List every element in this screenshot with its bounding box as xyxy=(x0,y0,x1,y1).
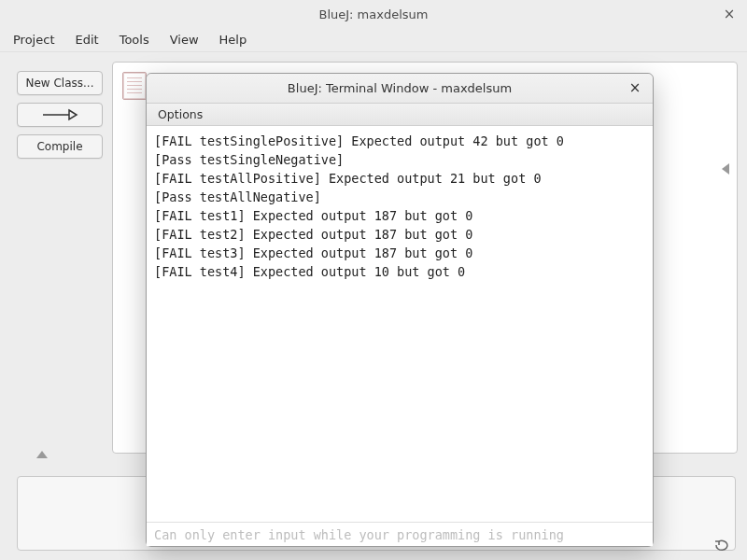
svg-marker-1 xyxy=(69,110,77,119)
svg-marker-2 xyxy=(36,451,48,458)
menu-tools[interactable]: Tools xyxy=(120,33,149,47)
svg-marker-3 xyxy=(722,163,729,175)
main-menubar: Project Edit Tools View Help xyxy=(0,28,747,52)
terminal-line: [FAIL testSinglePositive] Expected outpu… xyxy=(154,133,564,148)
panel-collapse-right[interactable] xyxy=(721,162,730,398)
terminal-input-hint: Can only enter input while your programm… xyxy=(154,527,564,542)
terminal-window: BlueJ: Terminal Window - maxdelsum × Opt… xyxy=(146,73,654,547)
terminal-line: [FAIL testAllPositive] Expected output 2… xyxy=(154,171,542,186)
compile-label: Compile xyxy=(36,140,82,153)
menu-help[interactable]: Help xyxy=(219,33,247,47)
status-indicator xyxy=(713,539,734,554)
menu-edit[interactable]: Edit xyxy=(75,33,98,47)
main-title: BlueJ: maxdelsum xyxy=(319,7,429,21)
compile-button[interactable]: Compile xyxy=(17,134,103,159)
terminal-menubar: Options xyxy=(147,104,653,126)
new-class-label: New Class... xyxy=(25,77,93,90)
terminal-line: [Pass testAllNegative] xyxy=(154,189,321,204)
terminal-line: [FAIL test3] Expected output 187 but got… xyxy=(154,245,472,260)
triangle-left-icon xyxy=(721,162,730,175)
inherit-button[interactable] xyxy=(17,103,103,127)
readme-icon[interactable] xyxy=(122,72,147,100)
new-class-button[interactable]: New Class... xyxy=(17,71,103,95)
terminal-menu-options[interactable]: Options xyxy=(158,107,203,121)
main-close-button[interactable]: × xyxy=(721,6,738,22)
terminal-line: [FAIL test4] Expected output 10 but got … xyxy=(154,264,465,279)
triangle-up-icon xyxy=(35,450,49,459)
arrow-right-icon xyxy=(41,108,78,121)
terminal-line: [FAIL test1] Expected output 187 but got… xyxy=(154,208,472,223)
terminal-input-area: Can only enter input while your programm… xyxy=(147,522,653,546)
main-titlebar: BlueJ: maxdelsum × xyxy=(0,0,747,28)
main-window: BlueJ: maxdelsum × Project Edit Tools Vi… xyxy=(0,0,747,560)
panel-collapse-left[interactable] xyxy=(35,448,49,462)
terminal-title: BlueJ: Terminal Window - maxdelsum xyxy=(288,81,512,95)
terminal-close-button[interactable]: × xyxy=(627,80,643,97)
menu-project[interactable]: Project xyxy=(13,33,54,47)
terminal-output[interactable]: [FAIL testSinglePositive] Expected outpu… xyxy=(147,126,653,522)
loop-icon xyxy=(713,539,734,552)
menu-view[interactable]: View xyxy=(170,33,199,47)
terminal-titlebar[interactable]: BlueJ: Terminal Window - maxdelsum × xyxy=(147,74,653,104)
terminal-line: [FAIL test2] Expected output 187 but got… xyxy=(154,227,472,242)
terminal-line: [Pass testSingleNegative] xyxy=(154,152,344,167)
